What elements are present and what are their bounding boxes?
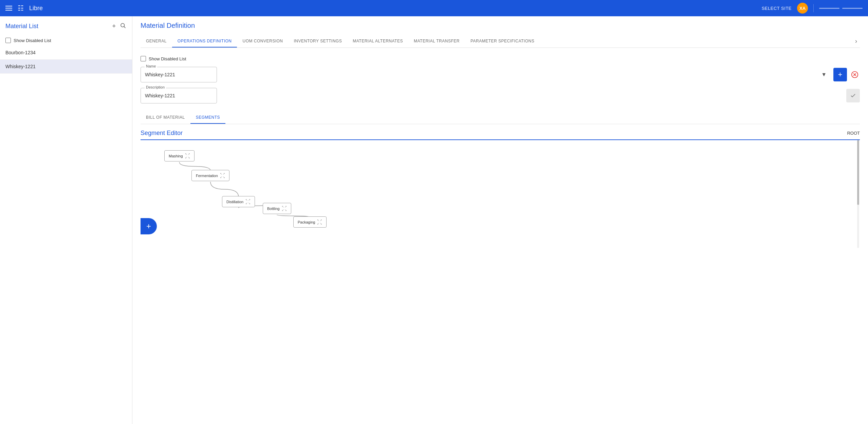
top-nav: ☷ Libre SELECT SITE XA — [0, 0, 868, 16]
nav-divider — [813, 4, 814, 12]
show-disabled-label: Show Disabled List — [14, 38, 51, 43]
sub-tabs: BILL OF MATERIAL SEGMENTS — [141, 112, 860, 124]
tab-operations-definition[interactable]: OPERATIONS DEFINITION — [172, 35, 237, 47]
node-packaging-expand[interactable]: ↖↗ ↙↘ — [317, 219, 322, 225]
name-dropdown-arrow: ▼ — [821, 72, 827, 78]
description-field-group: Description — [141, 88, 860, 103]
cancel-button[interactable] — [850, 70, 860, 80]
node-bottling-label: Bottling — [267, 207, 280, 211]
fab-add-button[interactable]: + — [141, 218, 157, 234]
description-input[interactable] — [141, 88, 217, 103]
node-mashing-label: Mashing — [169, 154, 183, 158]
tab-material-transfer[interactable]: MATERIAL TRANSFER — [408, 35, 465, 47]
nav-right: SELECT SITE XA — [762, 3, 863, 14]
segment-connections-svg — [141, 140, 860, 248]
sub-tab-bill-of-material[interactable]: BILL OF MATERIAL — [141, 112, 190, 124]
name-input[interactable] — [141, 67, 217, 82]
tab-material-alternates[interactable]: MATERIAL ALTERNATES — [347, 35, 408, 47]
name-field-group: Name ▼ + — [141, 67, 860, 82]
node-mashing-expand[interactable]: ↖↗ ↙↘ — [185, 153, 190, 159]
scrollbar-thumb — [857, 140, 859, 205]
main-content: Material Definition GENERAL OPERATIONS D… — [132, 16, 868, 424]
sidebar-header: Material List + — [0, 22, 132, 35]
sidebar-item-bourbon[interactable]: Bourbon-1234 — [0, 46, 132, 60]
segment-canvas: Mashing ↖↗ ↙↘ Fermentation ↖↗ ↙↘ Distill… — [141, 139, 860, 248]
tabs-bar: GENERAL OPERATIONS DEFINITION UOM CONVER… — [141, 35, 860, 48]
sub-tab-segments[interactable]: SEGMENTS — [190, 112, 225, 124]
node-fermentation-label: Fermentation — [196, 174, 218, 178]
form-section: Show Disabled List Name ▼ + — [141, 53, 860, 112]
select-site-button[interactable]: SELECT SITE — [762, 6, 792, 11]
app-title: Libre — [29, 5, 756, 12]
segment-node-packaging[interactable]: Packaging ↖↗ ↙↘ — [293, 216, 327, 228]
show-disabled-form-checkbox[interactable] — [141, 56, 146, 61]
node-bottling-expand[interactable]: ↖↗ ↙↘ — [282, 205, 287, 212]
segment-editor-title: Segment Editor — [141, 130, 183, 137]
sidebar-title: Material List — [5, 23, 38, 30]
check-button[interactable] — [846, 89, 860, 102]
node-fermentation-expand[interactable]: ↖↗ ↙↘ — [220, 172, 225, 179]
add-button[interactable]: + — [833, 68, 847, 81]
segment-editor: Segment Editor ROOT Mashing ↖↗ ↙↘ Fermen… — [141, 124, 860, 253]
tab-uom-conversion[interactable]: UOM CONVERSION — [237, 35, 288, 47]
name-input-wrapper: ▼ — [141, 67, 831, 82]
name-input-row: ▼ + — [141, 67, 860, 82]
show-disabled-form: Show Disabled List — [141, 56, 860, 61]
segment-node-fermentation[interactable]: Fermentation ↖↗ ↙↘ — [191, 170, 229, 181]
show-disabled-sidebar: Show Disabled List — [0, 35, 132, 46]
nav-extra — [819, 8, 863, 9]
description-label: Description — [145, 85, 166, 89]
segment-node-distillation[interactable]: Distillation ↖↗ ↙↘ — [222, 196, 255, 207]
tab-parameter-specifications[interactable]: PARAMETER SPECIFICATIONS — [465, 35, 540, 47]
show-disabled-checkbox[interactable] — [5, 38, 11, 43]
segment-node-mashing[interactable]: Mashing ↖↗ ↙↘ — [164, 150, 195, 161]
tab-inventory-settings[interactable]: INVENTORY SETTINGS — [289, 35, 348, 47]
sidebar-item-whiskey[interactable]: Whiskey-1221 — [0, 60, 132, 74]
scrollbar[interactable] — [857, 140, 859, 248]
svg-point-0 — [121, 23, 125, 27]
menu-icon[interactable] — [5, 6, 12, 11]
tab-general[interactable]: GENERAL — [141, 35, 172, 47]
tabs-chevron-right[interactable]: › — [852, 35, 860, 47]
doc-icon: ☷ — [18, 4, 24, 12]
sidebar-actions: + — [111, 22, 127, 31]
avatar[interactable]: XA — [797, 3, 808, 14]
node-distillation-label: Distillation — [226, 200, 243, 204]
sidebar: Material List + Show Disabled List Bourb… — [0, 16, 132, 424]
sidebar-list: Bourbon-1234 Whiskey-1221 — [0, 46, 132, 419]
segment-root-label: ROOT — [847, 131, 860, 136]
main-title: Material Definition — [141, 22, 860, 30]
node-distillation-expand[interactable]: ↖↗ ↙↘ — [245, 198, 251, 205]
svg-line-1 — [124, 26, 125, 28]
description-input-row — [141, 88, 860, 103]
name-label: Name — [145, 64, 157, 68]
segment-editor-header: Segment Editor ROOT — [141, 130, 860, 137]
segment-node-bottling[interactable]: Bottling ↖↗ ↙↘ — [263, 203, 291, 214]
description-input-wrapper — [141, 88, 844, 103]
add-material-button[interactable]: + — [111, 22, 116, 31]
app-layout: Material List + Show Disabled List Bourb… — [0, 16, 868, 424]
search-button[interactable] — [119, 22, 127, 31]
node-packaging-label: Packaging — [298, 220, 315, 224]
show-disabled-form-label: Show Disabled List — [149, 56, 186, 61]
